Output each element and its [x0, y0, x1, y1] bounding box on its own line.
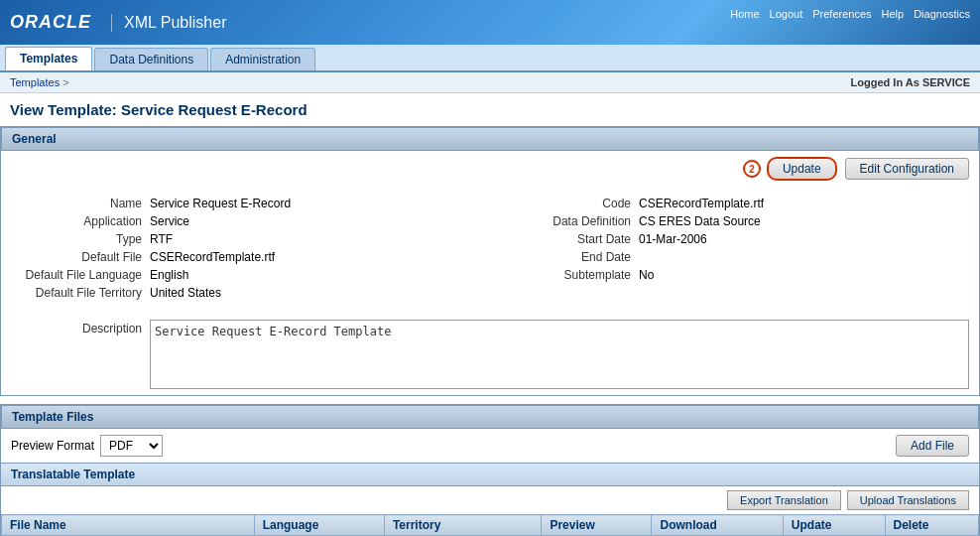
tab-bar: Templates Data Definitions Administratio… [0, 45, 980, 72]
action-buttons-row: 2 Update Edit Configuration [1, 151, 979, 187]
field-default-file: Default File CSERecordTemplate.rtf [11, 250, 480, 264]
page-title: View Template: Service Request E-Record [0, 93, 980, 126]
field-label-code: Code [500, 197, 639, 210]
field-start-date: Start Date 01-Mar-2006 [500, 232, 969, 246]
general-section-header: General [1, 127, 979, 151]
field-value-name: Service Request E-Record [150, 197, 291, 210]
field-value-code: CSERecordTemplate.rtf [639, 197, 764, 210]
general-left-fields: Name Service Request E-Record Applicatio… [11, 197, 480, 304]
edit-configuration-button[interactable]: Edit Configuration [845, 158, 969, 180]
field-default-lang: Default File Language English [11, 268, 480, 282]
template-files-header: Template Files [1, 405, 979, 429]
logout-link[interactable]: Logout [770, 8, 803, 20]
col-download: Download [652, 515, 783, 536]
field-value-start-date: 01-Mar-2006 [639, 232, 707, 246]
field-label-start-date: Start Date [500, 232, 639, 246]
field-value-subtemplate: No [639, 268, 654, 282]
field-label-application: Application [11, 214, 150, 228]
field-type: Type RTF [11, 232, 480, 246]
translatable-template-header: Translatable Template [1, 463, 979, 486]
header-nav: Home Logout Preferences Help Diagnostics [730, 8, 970, 20]
field-label-data-definition: Data Definition [500, 214, 639, 228]
preferences-link[interactable]: Preferences [812, 8, 871, 20]
annotation-badge-2: 2 [743, 160, 761, 178]
breadcrumb-templates-link[interactable]: Templates [10, 76, 60, 88]
product-name: XML Publisher [111, 14, 226, 32]
logged-in-info: Logged In As SERVICE [851, 76, 970, 88]
export-translation-button[interactable]: Export Translation [727, 490, 841, 510]
field-end-date: End Date [500, 250, 969, 264]
col-file-name: File Name [2, 515, 255, 536]
home-link[interactable]: Home [730, 8, 759, 20]
field-label-subtemplate: Subtemplate [500, 268, 639, 282]
field-label-end-date: End Date [500, 250, 639, 264]
table-header-row: File Name Language Territory Preview Dow… [2, 515, 979, 536]
field-value-type: RTF [150, 232, 173, 246]
app-header: ORACLE XML Publisher Home Logout Prefere… [0, 0, 980, 45]
field-label-default-territory: Default File Territory [11, 286, 150, 300]
col-language: Language [254, 515, 384, 536]
translation-buttons-row: Export Translation Upload Translations [1, 486, 979, 514]
help-link[interactable]: Help [882, 8, 905, 20]
field-value-application: Service [150, 214, 189, 228]
col-update: Update [783, 515, 885, 536]
template-files-section: Template Files Preview Format PDF RTF HT… [0, 404, 980, 536]
oracle-logo: ORACLE [10, 12, 91, 33]
field-label-default-file: Default File [11, 250, 150, 264]
col-territory: Territory [384, 515, 542, 536]
tab-templates[interactable]: Templates [5, 47, 92, 70]
general-right-fields: Code CSERecordTemplate.rtf Data Definiti… [500, 197, 969, 304]
field-label-type: Type [11, 232, 150, 246]
field-label-name: Name [11, 197, 150, 210]
diagnostics-link[interactable]: Diagnostics [914, 8, 970, 20]
breadcrumb-bar: Templates > Logged In As SERVICE [0, 72, 980, 93]
general-section: General 2 Update Edit Configuration Name… [0, 126, 980, 396]
general-fields: Name Service Request E-Record Applicatio… [1, 187, 979, 314]
field-value-data-definition: CS ERES Data Source [639, 214, 761, 228]
field-value-default-territory: United States [150, 286, 221, 300]
preview-format-left: Preview Format PDF RTF HTML [11, 435, 163, 457]
field-application: Application Service [11, 214, 480, 228]
breadcrumb-separator: > [62, 76, 68, 88]
field-code: Code CSERecordTemplate.rtf [500, 197, 969, 210]
field-value-default-lang: English [150, 268, 188, 282]
col-preview: Preview [542, 515, 652, 536]
logged-in-user: SERVICE [922, 76, 970, 88]
preview-format-row: Preview Format PDF RTF HTML Add File [1, 429, 979, 463]
logged-in-prefix: Logged In As [851, 76, 919, 88]
tab-administration[interactable]: Administration [210, 48, 315, 70]
col-delete: Delete [885, 515, 978, 536]
field-value-default-file: CSERecordTemplate.rtf [150, 250, 275, 264]
field-label-default-lang: Default File Language [11, 268, 150, 282]
upload-translations-button[interactable]: Upload Translations [847, 490, 969, 510]
preview-format-label: Preview Format [11, 439, 94, 453]
tab-data-definitions[interactable]: Data Definitions [94, 48, 208, 70]
update-annotation: 2 Update [743, 157, 837, 181]
description-label: Description [11, 320, 150, 335]
description-row: Description [1, 314, 979, 395]
logo-area: ORACLE XML Publisher [10, 12, 226, 33]
update-button[interactable]: Update [767, 157, 837, 181]
preview-format-select[interactable]: PDF RTF HTML [100, 435, 163, 457]
field-subtemplate: Subtemplate No [500, 268, 969, 282]
field-name: Name Service Request E-Record [11, 197, 480, 210]
translations-table: File Name Language Territory Preview Dow… [1, 514, 979, 536]
breadcrumb: Templates > [10, 76, 69, 88]
description-textarea[interactable] [150, 320, 969, 389]
field-default-territory: Default File Territory United States [11, 286, 480, 300]
field-data-definition: Data Definition CS ERES Data Source [500, 214, 969, 228]
add-file-button[interactable]: Add File [896, 435, 969, 457]
